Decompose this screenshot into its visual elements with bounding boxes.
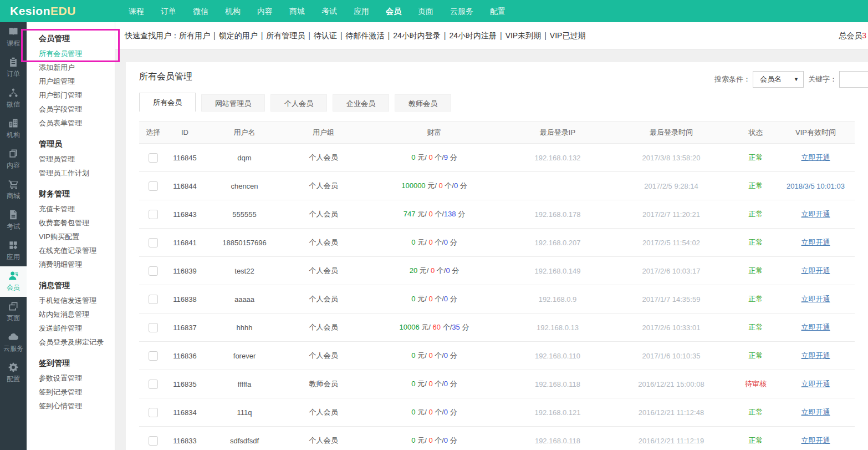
quick-filter-link[interactable]: 待认证 [314,31,337,40]
row-checkbox[interactable] [149,351,158,361]
vip-activate-link[interactable]: 立即开通 [801,153,830,161]
menu-item[interactable]: 充值卡管理 [39,202,115,216]
quick-filter-link[interactable]: VIP未到期 [506,31,542,40]
menu-item[interactable]: 会员字段管理 [39,102,115,116]
sidebar-item[interactable]: 会员 [0,266,27,297]
select-cell [139,172,167,200]
brand-logo[interactable]: KesionEDU [0,4,120,18]
vip-activate-link[interactable]: 立即开通 [801,266,830,275]
username-cell: 18850157696 [203,229,286,257]
wealth-cell: 20 元/ 0 个/0 分 [361,257,508,285]
member-card: 所有会员管理 搜索条件： 会员名▼ 关键字： 所有会员网站管理员个人会员企业会员… [126,62,868,450]
sidebar-item[interactable]: 考试 [0,205,27,236]
last-login-time-cell: 2016/12/21 15:00:08 [607,370,735,398]
top-nav-item[interactable]: 商城 [281,0,313,22]
sidebar-item-label: 内容 [7,161,20,170]
top-nav-item[interactable]: 考试 [313,0,345,22]
vip-activate-link[interactable]: 立即开通 [801,408,830,416]
sidebar-item[interactable]: 机构 [0,114,27,144]
vip-activate-link[interactable]: 立即开通 [801,210,830,218]
status-badge: 正常 [749,153,763,161]
menu-section-header: 消息管理 [39,277,115,294]
sidebar-item[interactable]: 微信 [0,83,27,114]
row-checkbox[interactable] [149,181,158,191]
top-nav-item[interactable]: 会员 [377,0,410,22]
vip-activate-link[interactable]: 立即开通 [801,436,830,444]
row-checkbox[interactable] [149,153,158,163]
keyword-input[interactable] [839,71,868,88]
sidebar-item[interactable]: 应用 [0,236,27,266]
menu-item[interactable]: 会员登录及绑定记录 [39,335,115,349]
top-nav-item[interactable]: 订单 [152,0,185,22]
top-nav-item[interactable]: 课程 [120,0,152,22]
menu-item[interactable]: 签到心情管理 [39,399,115,413]
top-nav-item[interactable]: 微信 [185,0,217,22]
top-nav-item[interactable]: 机构 [217,0,249,22]
vip-activate-link[interactable]: 立即开通 [801,295,830,303]
menu-item[interactable]: 在线充值记录管理 [39,244,115,257]
menu-item[interactable]: 管理员工作计划 [39,166,115,180]
quick-filter-link[interactable]: 锁定的用户 [219,31,258,40]
tab-item[interactable]: 网站管理员 [201,94,265,112]
sidebar-item[interactable]: 配置 [0,358,27,388]
menu-item[interactable]: 参数设置管理 [39,371,115,385]
last-login-time-cell: 2017/2/5 11:54:02 [607,229,735,257]
top-nav-item[interactable]: 应用 [345,0,377,22]
sidebar-item[interactable]: 内容 [0,144,27,175]
search-condition-select[interactable]: 会员名▼ [753,71,804,88]
row-checkbox[interactable] [149,266,158,276]
menu-item[interactable]: 签到记录管理 [39,385,115,399]
row-checkbox[interactable] [149,436,158,446]
vip-activate-link[interactable]: 立即开通 [801,323,830,331]
last-login-time-cell: 2017/2/7 11:20:21 [607,200,735,229]
row-checkbox[interactable] [149,295,158,304]
last-login-ip-cell: 192.168.0.13 [508,314,607,342]
menu-item[interactable]: 所有会员管理 [39,47,115,60]
menu-item[interactable]: 添加新用户 [39,60,115,74]
vip-cell: 立即开通 [777,314,855,342]
top-nav-item[interactable]: 页面 [410,0,442,22]
menu-item[interactable]: 手机短信发送管理 [39,294,115,307]
last-login-time-cell: 2017/2/5 9:28:14 [607,172,735,200]
top-nav-item[interactable]: 云服务 [442,0,482,22]
tab-item[interactable]: 教师会员 [395,94,451,112]
row-checkbox[interactable] [149,238,158,247]
vip-activate-link[interactable]: 立即开通 [801,238,830,246]
sidebar-item[interactable]: 课程 [0,22,27,53]
sidebar-item[interactable]: 云服务 [0,327,27,358]
tab-item[interactable]: 个人会员 [270,94,327,112]
menu-item[interactable]: 收费套餐包管理 [39,216,115,230]
top-nav-item[interactable]: 内容 [249,0,281,22]
menu-item[interactable]: VIP购买配置 [39,230,115,244]
menu-item[interactable]: 发送邮件管理 [39,321,115,335]
quick-filter-link[interactable]: 所有管理员 [266,31,305,40]
sidebar-item[interactable]: 商城 [0,175,27,205]
quick-filter-link[interactable]: 24小时内注册 [449,31,497,40]
row-checkbox[interactable] [149,380,158,389]
row-checkbox[interactable] [149,408,158,417]
username-cell: 111q [203,398,286,427]
top-nav-item[interactable]: 配置 [482,0,514,22]
menu-item[interactable]: 管理员管理 [39,152,115,166]
row-checkbox[interactable] [149,210,158,219]
menu-item[interactable]: 消费明细管理 [39,257,115,271]
status-badge: 正常 [749,351,763,360]
quick-filter-link[interactable]: 待邮件激活 [346,31,385,40]
vip-activate-link[interactable]: 立即开通 [801,380,830,388]
tab-item[interactable]: 企业会员 [333,94,389,112]
quick-filter-link[interactable]: 24小时内登录 [393,31,441,40]
vip-activate-link[interactable]: 立即开通 [801,351,830,360]
sidebar-item-label: 微信 [7,100,20,109]
sidebar-item[interactable]: 订单 [0,53,27,83]
sidebar-item[interactable]: 页面 [0,297,27,327]
row-checkbox[interactable] [149,323,158,332]
quick-filter-link[interactable]: 所有用户 [179,31,210,40]
menu-item[interactable]: 用户部门管理 [39,88,115,102]
side-menu: 会员管理所有会员管理添加新用户用户组管理用户部门管理会员字段管理会员表单管理管理… [27,22,115,450]
menu-item[interactable]: 用户组管理 [39,74,115,88]
quick-filter-link[interactable]: VIP已过期 [550,31,586,40]
table-row: 116837hhhh个人会员10006 元/ 60 个/35 分192.168.… [139,314,855,342]
tab-active[interactable]: 所有会员 [139,93,196,112]
menu-item[interactable]: 站内短消息管理 [39,307,115,321]
menu-item[interactable]: 会员表单管理 [39,116,115,130]
